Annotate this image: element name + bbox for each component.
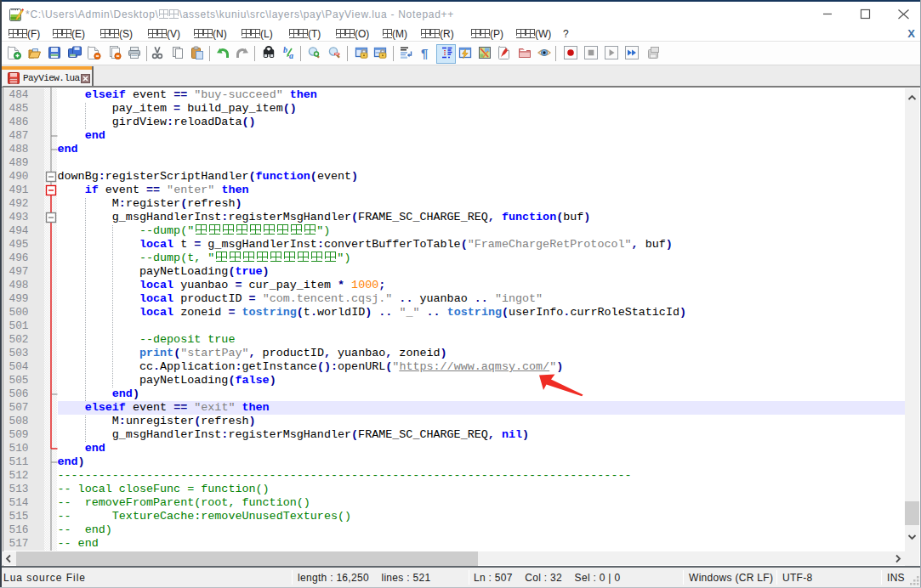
svg-text:¶: ¶ xyxy=(421,46,428,59)
svg-text:b: b xyxy=(283,46,287,54)
